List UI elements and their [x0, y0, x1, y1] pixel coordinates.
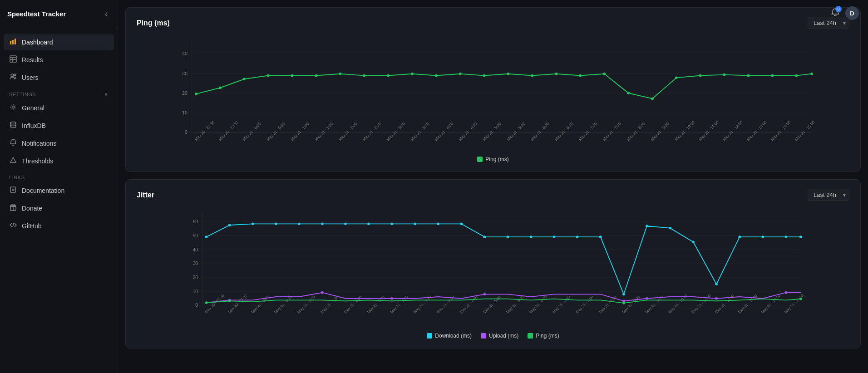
- svg-text:May 21 - 6:30: May 21 - 6:30: [554, 122, 574, 142]
- svg-text:May 21 - 1:00: May 21 - 1:00: [296, 294, 316, 314]
- svg-point-152: [483, 293, 486, 296]
- sidebar-item-users-label: Users: [22, 74, 39, 81]
- ping-chart-legend: Ping (ms): [137, 156, 849, 162]
- svg-text:May 21 - 5:00: May 21 - 5:00: [482, 294, 502, 314]
- svg-point-65: [483, 74, 486, 77]
- svg-point-141: [669, 227, 671, 230]
- sidebar-item-users[interactable]: Users: [4, 69, 114, 86]
- svg-text:May 21 - 15:00: May 21 - 15:00: [784, 293, 805, 314]
- jitter-chart-svg-container: 0 10 20 30 40 50 60 May 20 - 23:36 May 2…: [137, 208, 849, 328]
- svg-point-145: [762, 236, 764, 238]
- svg-point-71: [627, 92, 630, 94]
- svg-point-154: [646, 297, 648, 300]
- ping-time-select-wrap: Last 24h Last 7d Last 30d: [808, 17, 849, 29]
- svg-point-135: [530, 236, 533, 238]
- svg-point-146: [785, 236, 788, 238]
- svg-point-128: [367, 223, 370, 226]
- svg-point-8: [14, 74, 16, 76]
- svg-text:May 21 - 4:30: May 21 - 4:30: [458, 122, 478, 142]
- triangle-icon: [9, 157, 17, 165]
- svg-point-140: [646, 225, 648, 227]
- svg-text:May 21 - 10:00: May 21 - 10:00: [667, 293, 689, 314]
- svg-text:May 21 - 12:00: May 21 - 12:00: [714, 293, 735, 314]
- svg-rect-1: [12, 40, 14, 44]
- svg-text:May 21 - 5:30: May 21 - 5:30: [505, 294, 525, 314]
- svg-text:40: 40: [193, 247, 198, 252]
- svg-point-60: [363, 74, 365, 77]
- sidebar-item-dashboard-label: Dashboard: [22, 39, 53, 46]
- svg-text:30: 30: [182, 71, 187, 76]
- svg-point-61: [387, 74, 390, 77]
- svg-text:0: 0: [195, 303, 198, 308]
- svg-text:May 21 - 1:30: May 21 - 1:30: [314, 122, 334, 142]
- svg-point-130: [414, 223, 416, 226]
- ping-time-select[interactable]: Last 24h Last 7d Last 30d: [808, 17, 849, 29]
- svg-text:May 21 - 12:00: May 21 - 12:00: [722, 120, 744, 142]
- sidebar-item-dashboard[interactable]: Dashboard: [4, 34, 114, 50]
- sidebar-item-donate[interactable]: Donate: [4, 200, 114, 216]
- gift-icon: [9, 204, 17, 212]
- svg-point-53: [195, 93, 197, 95]
- sidebar-item-thresholds[interactable]: Thresholds: [4, 152, 114, 169]
- svg-text:60: 60: [193, 219, 198, 224]
- svg-point-139: [622, 293, 625, 296]
- ping-chart-card: Ping (ms) Last 24h Last 7d Last 30d: [125, 7, 861, 172]
- jitter-chart-legend: Download (ms) Upload (ms) Ping (ms): [137, 333, 849, 339]
- svg-point-137: [576, 236, 579, 238]
- sidebar-collapse-button[interactable]: ‹: [102, 8, 110, 20]
- svg-point-129: [390, 223, 393, 226]
- ping-legend-label: Ping (ms): [485, 156, 508, 162]
- jitter-time-select-wrap: Last 24h Last 7d Last 30d: [808, 189, 849, 201]
- svg-point-134: [507, 236, 509, 238]
- svg-text:May 21 - 9:00: May 21 - 9:00: [650, 122, 670, 142]
- svg-point-75: [723, 74, 726, 76]
- svg-point-122: [228, 224, 231, 226]
- svg-text:May 21 - 0:30: May 21 - 0:30: [273, 294, 293, 314]
- ping-chart-svg-container: 0 10 20 30 40 May 20 - 23:36 May 20 - 23…: [137, 36, 849, 152]
- sidebar-title: Speedtest Tracker: [7, 10, 66, 18]
- jitter-time-select[interactable]: Last 24h Last 7d Last 30d: [808, 189, 849, 201]
- svg-text:May 21 - 13:00: May 21 - 13:00: [737, 293, 759, 314]
- database-icon: [9, 121, 17, 130]
- svg-text:30: 30: [193, 261, 198, 266]
- svg-text:May 20 - 23:37: May 20 - 23:37: [217, 120, 239, 142]
- sidebar-item-github[interactable]: GitHub: [4, 217, 114, 234]
- sidebar-item-notifications[interactable]: Notifications: [4, 135, 114, 152]
- svg-point-156: [785, 291, 788, 294]
- settings-section-label: Settings ∧: [4, 87, 114, 99]
- svg-text:May 21 - 0:00: May 21 - 0:00: [242, 122, 262, 142]
- sidebar-item-results[interactable]: Results: [4, 51, 114, 68]
- svg-point-159: [622, 302, 625, 304]
- svg-text:May 21 - 6:00: May 21 - 6:00: [530, 122, 550, 142]
- ping-legend-color: [477, 157, 483, 162]
- svg-point-58: [315, 74, 318, 77]
- svg-text:May 21 - 15:00: May 21 - 15:00: [794, 120, 816, 142]
- code-icon: [9, 221, 17, 230]
- upload-legend-label: Upload (ms): [489, 333, 518, 339]
- svg-point-123: [252, 223, 254, 226]
- svg-text:May 21 - 2:30: May 21 - 2:30: [362, 122, 382, 142]
- sidebar-item-notifications-label: Notifications: [22, 140, 56, 147]
- chart-bar-icon: [9, 38, 17, 46]
- download-legend-label: Download (ms): [435, 333, 472, 339]
- svg-point-124: [275, 223, 277, 226]
- svg-point-136: [553, 236, 556, 238]
- sidebar-item-documentation[interactable]: Documentation: [4, 182, 114, 199]
- svg-point-74: [699, 74, 702, 77]
- jitter-legend-upload: Upload (ms): [481, 333, 518, 339]
- svg-text:40: 40: [182, 51, 187, 56]
- jitter-chart-card: Jitter Last 24h Last 7d Last 30d: [125, 179, 861, 348]
- svg-text:20: 20: [182, 90, 187, 96]
- svg-rect-3: [10, 56, 16, 62]
- sidebar-item-general[interactable]: General: [4, 99, 114, 116]
- sidebar-item-influxdb[interactable]: InfluxDB: [4, 117, 114, 134]
- svg-text:May 21 - 13:00: May 21 - 13:00: [746, 120, 768, 142]
- svg-point-66: [507, 73, 510, 75]
- ping-legend-color-j: [528, 333, 533, 339]
- svg-point-157: [205, 301, 208, 304]
- svg-point-144: [738, 236, 741, 238]
- svg-text:May 21 - 4:00: May 21 - 4:00: [434, 122, 454, 142]
- svg-point-150: [321, 291, 324, 294]
- sidebar: Speedtest Tracker ‹ Dashboard: [0, 0, 118, 373]
- svg-text:May 21 - 1:30: May 21 - 1:30: [320, 294, 339, 314]
